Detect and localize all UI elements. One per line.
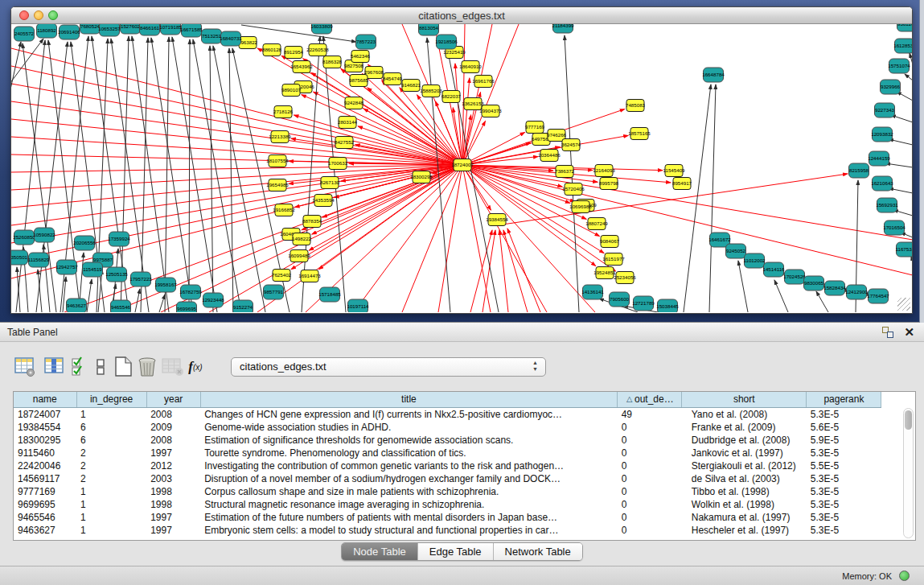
yellow-node[interactable]: 18807249 [585, 218, 608, 230]
cell-in_degree[interactable]: 1 [76, 485, 146, 498]
teal-node[interactable]: 16033809 [310, 24, 333, 34]
cell-pagerank[interactable]: 5.3E-5 [807, 511, 881, 524]
yellow-node[interactable]: 8186328 [322, 56, 343, 68]
citation-edge-black[interactable] [885, 163, 912, 167]
close-icon[interactable]: ✕ [904, 325, 914, 340]
yellow-node[interactable]: 19384554 [486, 214, 508, 226]
yellow-node[interactable]: 20364486 [538, 150, 561, 162]
yellow-node[interactable]: 3624574 [561, 139, 581, 151]
teal-node[interactable]: 1154519 [83, 262, 103, 277]
yellow-node[interactable]: 25234056 [614, 272, 636, 284]
teal-node[interactable]: 17024526 [783, 270, 806, 284]
teal-node[interactable]: 11675385 [895, 242, 912, 257]
cell-year[interactable]: 1998 [146, 498, 200, 511]
cell-out_de[interactable]: 0 [618, 485, 682, 498]
cell-in_degree[interactable]: 1 [76, 407, 146, 421]
teal-node[interactable]: 12721789 [632, 296, 655, 311]
scrollbar-thumb[interactable] [905, 410, 912, 430]
cell-title[interactable]: Corpus callosum shape and size in male p… [200, 485, 617, 498]
tab-node-table[interactable]: Node Table [342, 543, 418, 560]
new-table-icon[interactable] [111, 355, 135, 379]
yellow-node[interactable]: 16099489 [288, 250, 310, 262]
table-selector-dropdown[interactable]: citations_edges.txt ▲▼ [231, 357, 546, 377]
teal-node[interactable]: 9245052 [726, 244, 746, 258]
cell-year[interactable]: 2008 [146, 407, 200, 421]
column-header-out_de[interactable]: △out_de… [618, 392, 682, 407]
cell-short[interactable]: de Silva et al. (2003) [682, 472, 807, 485]
cell-in_degree[interactable]: 6 [76, 434, 146, 447]
yellow-node[interactable]: 2718126 [273, 106, 294, 118]
teal-node[interactable]: 9152274 [233, 300, 253, 312]
float-window-icon[interactable] [882, 327, 893, 338]
citation-edge-black[interactable] [229, 48, 233, 312]
teal-node[interactable]: 15828434 [823, 281, 846, 295]
citation-edge-black[interactable] [684, 84, 711, 312]
teal-node[interactable]: 14514116 [762, 262, 785, 277]
citation-edge-black[interactable] [165, 37, 169, 312]
teal-node[interactable]: 8813054 [419, 24, 439, 35]
table-row[interactable]: 946362711997Embryonic stem cells: a mode… [14, 524, 898, 537]
cell-out_de[interactable]: 0 [618, 472, 682, 485]
memory-status-indicator[interactable] [899, 571, 910, 581]
teal-node[interactable]: 9699695 [177, 302, 197, 312]
cell-in_degree[interactable]: 2 [76, 459, 146, 472]
citation-edge-black[interactable] [11, 39, 43, 97]
cell-short[interactable]: Yano et al. (2008) [682, 407, 807, 421]
cell-pagerank[interactable]: 5.3E-5 [807, 472, 881, 485]
citation-edge-black[interactable] [213, 46, 265, 312]
teal-node[interactable]: 12923448 [202, 293, 224, 307]
teal-node[interactable]: 9857791 [264, 285, 284, 299]
teal-node[interactable]: 9227343 [875, 103, 895, 117]
yellow-node[interactable]: 8878354 [302, 216, 322, 228]
yellow-node[interactable]: 5462346 [351, 51, 371, 63]
yellow-node[interactable]: 11545409 [663, 165, 685, 177]
results-panel-collapsed-strip[interactable] [919, 0, 924, 323]
cell-title[interactable]: Estimation of the future numbers of pati… [200, 511, 617, 524]
teal-node[interactable]: 9329966 [881, 80, 901, 94]
yellow-node[interactable]: 18575165 [628, 128, 651, 140]
citation-edge-black[interactable] [141, 38, 148, 312]
citation-edge-black[interactable] [323, 36, 346, 312]
teal-node[interactable]: 9830065 [804, 276, 824, 290]
yellow-node[interactable]: 15885203 [420, 85, 442, 97]
table-row[interactable]: 977716911998Corpus callosum shape and si… [14, 485, 898, 498]
yellow-node[interactable]: 8912954 [284, 47, 304, 59]
teal-node[interactable]: 17957223 [129, 272, 152, 286]
cell-name[interactable]: 9465546 [14, 511, 76, 524]
cell-in_degree[interactable]: 1 [76, 511, 146, 524]
citation-edge-black[interactable] [132, 36, 169, 312]
yellow-node[interactable]: 19654985 [266, 179, 289, 192]
cell-out_de[interactable]: 0 [618, 524, 682, 537]
yellow-node[interactable]: 8427552 [335, 137, 355, 149]
teal-node[interactable]: 12444159 [868, 151, 890, 166]
cell-year[interactable]: 2003 [146, 472, 200, 485]
cell-pagerank[interactable]: 5.3E-5 [807, 447, 881, 459]
teal-node[interactable]: 10197114 [347, 299, 369, 312]
citation-edge-black[interactable] [774, 280, 788, 312]
cell-out_de[interactable]: 0 [618, 447, 682, 459]
yellow-node[interactable]: 18107554 [266, 155, 289, 167]
cell-pagerank[interactable]: 5.6E-5 [807, 421, 881, 434]
yellow-node[interactable]: 10696988 [569, 201, 592, 213]
cell-title[interactable]: Structural magnetic resonance image aver… [200, 498, 617, 511]
yellow-node[interactable]: 9875685 [349, 75, 369, 87]
teal-node[interactable]: 19218506 [435, 35, 458, 49]
cell-name[interactable]: 18724007 [14, 407, 76, 421]
citation-edge-red[interactable] [335, 165, 462, 198]
cell-year[interactable]: 2008 [146, 434, 200, 447]
teal-node[interactable]: 9463627 [67, 299, 87, 312]
cell-title[interactable]: Genome-wide association studies in ADHD. [200, 421, 617, 434]
teal-node[interactable]: 20206556 [73, 236, 96, 250]
table-vertical-scrollbar[interactable] [903, 408, 914, 538]
teal-node[interactable]: 16648784 [702, 68, 725, 82]
citation-edge-black[interactable] [135, 289, 140, 312]
teal-node[interactable]: 21184399 [552, 24, 574, 33]
cell-year[interactable]: 2012 [146, 459, 200, 472]
cell-name[interactable]: 22420046 [14, 459, 76, 472]
cell-name[interactable]: 14569117 [14, 472, 76, 485]
cell-name[interactable]: 9463627 [14, 524, 76, 537]
citation-edge-black[interactable] [193, 39, 241, 312]
cell-short[interactable]: Stergiakouli et al. (2012) [682, 459, 807, 472]
table-row[interactable]: 1872400712008Changes of HCN gene express… [14, 407, 898, 421]
network-canvas-container[interactable]: 7963822886012889129542226053816543962818… [11, 24, 912, 312]
